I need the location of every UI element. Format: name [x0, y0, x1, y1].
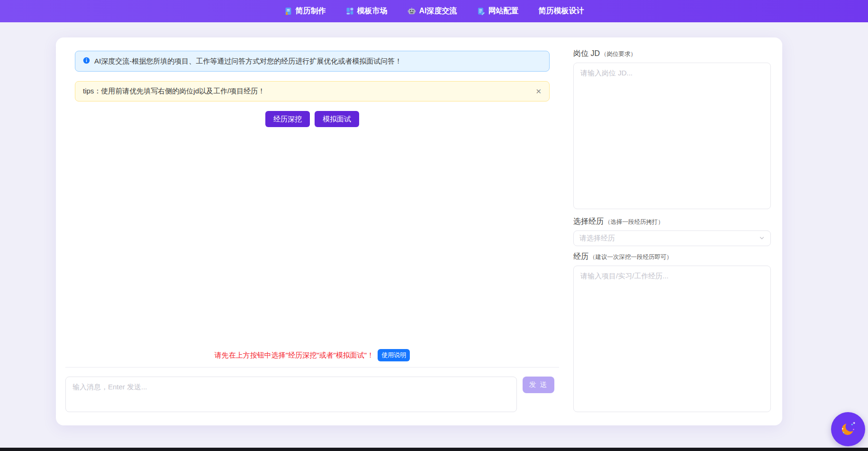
page-body: AI深度交流-根据您所填的项目、工作等通过问答方式对您的经历进行扩展优化或者模拟…	[0, 37, 868, 425]
nav-item-label: 模板市场	[357, 6, 388, 16]
moon-icon	[838, 419, 858, 440]
top-navbar: 简历制作 模板市场 AI深度交流 网站配置 简历模板设计	[0, 0, 868, 22]
experience-select-placeholder: 请选择经历	[579, 234, 615, 243]
info-icon	[83, 57, 90, 65]
chevron-down-icon	[759, 234, 765, 243]
bottom-window-edge	[0, 448, 868, 451]
chat-message-area	[65, 127, 559, 349]
nav-item-label: 网站配置	[488, 6, 519, 16]
robot-icon	[407, 7, 416, 16]
message-input[interactable]	[65, 377, 517, 412]
usage-guide-button[interactable]: 使用说明	[378, 349, 410, 361]
jd-label-row: 岗位 JD （岗位要求）	[573, 49, 771, 59]
select-label-row: 选择经历 （选择一段经历拷打）	[573, 217, 771, 227]
experience-note: （建议一次深挖一段经历即可）	[589, 253, 672, 261]
mode-buttons-row: 经历深挖 模拟面试	[65, 111, 559, 127]
close-icon[interactable]: ✕	[535, 88, 542, 95]
jd-label-note: （岗位要求）	[601, 50, 636, 58]
nav-item-resume-builder[interactable]: 简历制作	[284, 6, 326, 16]
tips-alert-text: tips：使用前请优先填写右侧的岗位jd以及工作/项目经历！	[83, 87, 265, 96]
site-config-icon	[477, 7, 485, 15]
message-input-row: 发 送	[65, 377, 559, 412]
experience-label-row: 经历 （建议一次深挖一段经历即可）	[573, 252, 771, 262]
chat-divider	[65, 367, 559, 368]
resume-doc-icon	[284, 7, 292, 15]
nav-item-template-design[interactable]: 简历模板设计	[539, 6, 584, 16]
chat-section: AI深度交流-根据您所填的项目、工作等通过问答方式对您的经历进行扩展优化或者模拟…	[56, 37, 559, 425]
nav-item-label: 简历制作	[296, 6, 326, 16]
deep-dig-button[interactable]: 经历深挖	[265, 111, 310, 127]
nav-item-label: AI深度交流	[419, 6, 457, 16]
nav-item-ai-chat[interactable]: AI深度交流	[407, 6, 457, 16]
nav-item-site-config[interactable]: 网站配置	[477, 6, 519, 16]
tips-alert: tips：使用前请优先填写右侧的岗位jd以及工作/项目经历！ ✕	[75, 81, 550, 101]
experience-label: 经历	[573, 252, 588, 262]
select-experience-label: 选择经历	[573, 217, 604, 227]
nav-item-template-market[interactable]: 模板市场	[346, 6, 388, 16]
select-experience-note: （选择一段经历拷打）	[605, 218, 664, 226]
experience-select[interactable]: 请选择经历	[573, 230, 771, 246]
info-alert-text: AI深度交流-根据您所填的项目、工作等通过问答方式对您的经历进行扩展优化或者模拟…	[94, 57, 402, 66]
info-alert: AI深度交流-根据您所填的项目、工作等通过问答方式对您的经历进行扩展优化或者模拟…	[75, 51, 550, 72]
send-button[interactable]: 发 送	[523, 377, 554, 393]
experience-textarea[interactable]	[573, 266, 771, 412]
theme-toggle-button[interactable]	[831, 412, 865, 446]
nav-item-label: 简历模板设计	[539, 6, 584, 16]
main-card: AI深度交流-根据您所填的项目、工作等通过问答方式对您的经历进行扩展优化或者模拟…	[56, 37, 782, 425]
mock-interview-button[interactable]: 模拟面试	[315, 111, 359, 127]
jd-textarea[interactable]	[573, 63, 771, 209]
jd-label: 岗位 JD	[573, 49, 600, 59]
right-panel: 岗位 JD （岗位要求） 选择经历 （选择一段经历拷打） 请选择经历 经历 （建…	[573, 37, 782, 425]
hint-text: 请先在上方按钮中选择"经历深挖"或者"模拟面试"！	[215, 351, 374, 360]
hint-row: 请先在上方按钮中选择"经历深挖"或者"模拟面试"！ 使用说明	[65, 349, 559, 361]
template-grid-icon	[346, 7, 354, 15]
